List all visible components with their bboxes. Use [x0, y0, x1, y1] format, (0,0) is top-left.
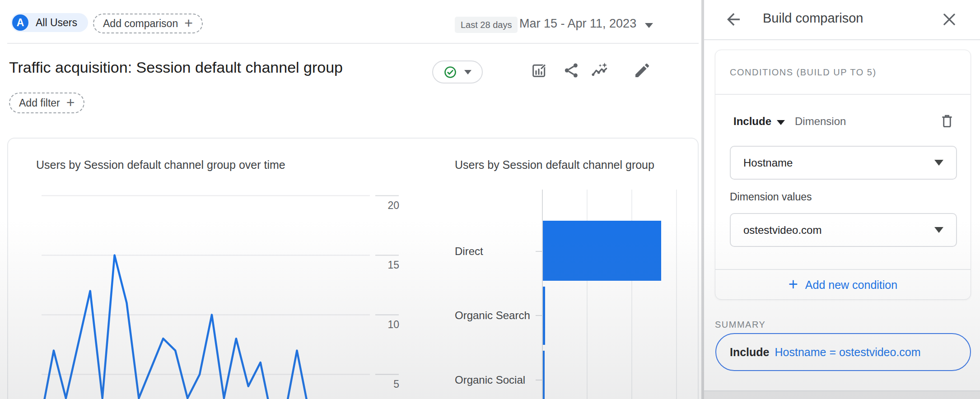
category-tick — [536, 315, 543, 316]
category-tick — [536, 380, 543, 380]
plus-icon: + — [184, 16, 193, 30]
summary-include-label: Include — [730, 346, 770, 359]
dimension-values-value: ostestvideo.com — [743, 224, 821, 237]
share-report-button[interactable] — [561, 60, 581, 80]
panel-footer — [704, 391, 980, 399]
add-comparison-label: Add comparison — [103, 18, 178, 30]
report-main-area: A All Users Add comparison + Last 28 day… — [0, 0, 701, 399]
panel-header-divider — [704, 39, 980, 40]
dimension-type-label: Dimension — [795, 115, 846, 128]
category-tick — [536, 251, 543, 252]
dimension-select[interactable]: Hostname — [730, 146, 957, 180]
conditions-heading: CONDITIONS (BUILD UP TO 5) — [730, 67, 877, 78]
all-users-label: All Users — [36, 17, 77, 29]
share-icon — [562, 61, 580, 79]
bar-category-label: Organic Search — [455, 309, 530, 322]
add-filter-label: Add filter — [19, 97, 60, 109]
svg-text:10: 10 — [387, 319, 399, 330]
svg-text:5: 5 — [393, 378, 399, 390]
dimension-values-select[interactable]: ostestvideo.com — [730, 213, 957, 247]
summary-condition-text: Hostname = ostestvideo.com — [775, 346, 921, 359]
divider — [715, 94, 971, 95]
summary-heading: SUMMARY — [715, 320, 765, 330]
all-users-segment-chip[interactable]: A All Users — [11, 13, 88, 32]
edit-report-button[interactable] — [632, 60, 652, 80]
dimension-select-value: Hostname — [743, 157, 793, 169]
condition-row: Include Dimension — [715, 113, 971, 131]
delete-condition-button[interactable] — [938, 112, 956, 130]
check-circle-icon — [443, 65, 457, 79]
bar-direct[interactable] — [543, 221, 661, 281]
plus-icon: + — [789, 276, 798, 292]
back-arrow-button[interactable] — [724, 10, 743, 29]
chevron-down-icon — [934, 227, 943, 233]
panel-header: Build comparison — [704, 0, 980, 39]
page-title: Traffic acquisition: Session default cha… — [9, 59, 343, 76]
insights-button[interactable] — [590, 60, 610, 80]
pencil-icon — [633, 61, 651, 79]
chevron-down-icon — [464, 70, 471, 74]
add-new-condition-button[interactable]: + Add new condition — [715, 270, 971, 300]
bar-category-label: Direct — [455, 245, 483, 258]
add-comparison-button[interactable]: Add comparison + — [93, 14, 203, 33]
conditions-card: CONDITIONS (BUILD UP TO 5) Include Dimen… — [715, 50, 971, 300]
date-range-selector[interactable]: Mar 15 - Apr 11, 2023 — [519, 17, 636, 31]
chevron-down-icon[interactable] — [645, 23, 653, 28]
close-icon[interactable] — [941, 11, 958, 28]
plus-icon: + — [66, 95, 75, 110]
bar-organic-search[interactable] — [543, 287, 545, 345]
date-range-badge: Last 28 days — [455, 17, 518, 33]
header-divider — [7, 43, 699, 44]
chevron-down-icon — [934, 160, 943, 166]
include-dropdown[interactable]: Include — [733, 115, 771, 128]
bar-organic-social[interactable] — [543, 351, 545, 399]
bar-chart-gridline — [676, 190, 677, 399]
report-status-dropdown[interactable] — [432, 60, 483, 84]
dimension-values-label: Dimension values — [730, 191, 812, 203]
add-filter-button[interactable]: Add filter + — [9, 93, 84, 113]
svg-text:15: 15 — [387, 259, 399, 271]
insights-sparkline-icon — [591, 61, 609, 79]
chevron-down-icon[interactable] — [777, 120, 785, 125]
chart-edit-icon — [530, 61, 548, 79]
avatar: A — [12, 14, 28, 31]
build-comparison-panel: Build comparison CONDITIONS (BUILD UP TO… — [704, 0, 980, 399]
add-new-condition-label: Add new condition — [805, 278, 897, 292]
panel-title: Build comparison — [763, 11, 863, 26]
ga4-screen: A All Users Add comparison + Last 28 day… — [0, 0, 980, 399]
svg-text:20: 20 — [387, 200, 399, 211]
charts-card: Users by Session default channel group o… — [7, 138, 699, 399]
summary-chip[interactable]: Include Hostname = ostestvideo.com — [715, 333, 971, 371]
bar-category-label: Organic Social — [455, 374, 525, 386]
customize-report-button[interactable] — [529, 60, 549, 80]
